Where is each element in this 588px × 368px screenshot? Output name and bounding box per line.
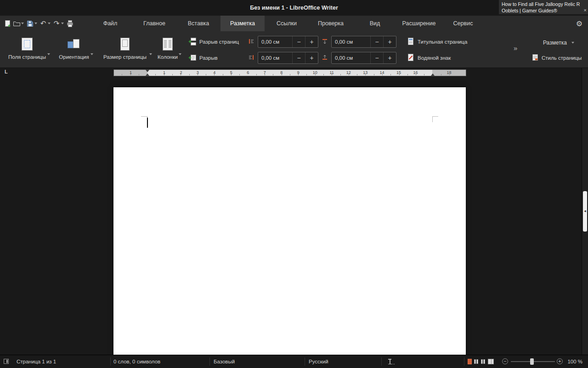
indent-before-icon xyxy=(248,38,254,45)
zoom-slider-thumb[interactable] xyxy=(530,358,534,365)
indent-marker-left-icon[interactable] xyxy=(146,74,149,76)
tab-bar: ↶ ↷ Файл Главное Вставка Разметка Ссылки… xyxy=(0,16,588,31)
page-size-icon xyxy=(96,34,153,54)
orientation-icon xyxy=(53,34,95,54)
columns-caret-icon[interactable] xyxy=(179,53,181,55)
book-view-icon[interactable] xyxy=(488,359,494,364)
page-size-caret-icon[interactable] xyxy=(149,53,152,55)
page-margins-icon xyxy=(3,34,51,54)
notification-line1: How to Find all Five Jalloogy Relic R xyxy=(502,1,582,7)
indent-after-increment-button[interactable]: + xyxy=(305,52,318,63)
spacing-above-field: − + xyxy=(331,36,396,48)
multi-page-view-icon[interactable] xyxy=(474,359,479,364)
tab-tools[interactable]: Сервис xyxy=(441,16,485,31)
tab-review[interactable]: Проверка xyxy=(309,16,353,31)
new-document-icon[interactable] xyxy=(3,19,11,28)
tab-home[interactable]: Главное xyxy=(132,16,176,31)
indent-after-input[interactable] xyxy=(258,52,292,63)
page-size-button[interactable]: Размер страницы xyxy=(96,34,153,64)
page-style-status[interactable]: Базовый xyxy=(214,355,235,368)
save-icon[interactable] xyxy=(26,19,34,28)
indent-before-row: − + − + xyxy=(248,36,396,48)
indent-before-decrement-button[interactable]: − xyxy=(292,36,305,47)
watermark-icon xyxy=(407,54,414,62)
tab-references[interactable]: Ссылки xyxy=(265,16,309,31)
text-cursor xyxy=(147,118,148,128)
page-style-icon xyxy=(532,54,538,62)
status-bar: Страница 1 из 1 0 слов, 0 символов Базов… xyxy=(0,355,588,368)
break-button[interactable]: Разрыв xyxy=(188,52,218,64)
document-page[interactable] xyxy=(113,87,466,355)
multi-page-offset-view-icon[interactable] xyxy=(481,359,486,364)
columns-button[interactable]: Колонки xyxy=(153,34,183,64)
libreoffice-writer-window: Без имени 1 - LibreOffice Writer How to … xyxy=(0,0,588,368)
page-margins-button[interactable]: Поля страницы xyxy=(3,34,51,64)
spacing-below-field: − + xyxy=(331,52,396,64)
spacing-above-increment-button[interactable]: + xyxy=(383,36,396,47)
zoom-in-button[interactable]: + xyxy=(557,358,563,364)
page-margins-caret-icon[interactable] xyxy=(47,53,50,55)
selection-mode-icon[interactable] xyxy=(387,359,395,364)
columns-icon xyxy=(153,34,183,54)
page-break-button[interactable]: Разрыв страниц xyxy=(188,36,239,48)
spacing-below-decrement-button[interactable]: − xyxy=(370,52,383,63)
tab-extension[interactable]: Расширение xyxy=(397,16,441,31)
spacing-below-increment-button[interactable]: + xyxy=(383,52,396,63)
quick-toolbar: ↶ ↷ xyxy=(3,16,74,31)
ribbon-layout-panel: Поля страницы Ориентация Размер страницы… xyxy=(0,31,588,68)
tab-file[interactable]: Файл xyxy=(88,16,132,31)
ribbon-tabs: Файл Главное Вставка Разметка Ссылки Про… xyxy=(88,16,485,31)
scrollbar-thumb[interactable]: ◂ xyxy=(583,191,587,232)
word-count[interactable]: 0 слов, 0 символов xyxy=(113,355,160,368)
zoom-out-button[interactable]: − xyxy=(502,358,508,364)
redo-icon[interactable]: ↷ xyxy=(52,19,61,28)
vertical-scrollbar[interactable]: ◂ xyxy=(582,68,588,355)
single-page-view-icon[interactable] xyxy=(468,359,472,364)
page-info[interactable]: Страница 1 из 1 xyxy=(17,355,56,368)
indent-after-decrement-button[interactable]: − xyxy=(292,52,305,63)
tab-stop-type-selector[interactable]: L xyxy=(5,69,8,74)
page-style-button[interactable]: Стиль страницы xyxy=(532,52,582,64)
indent-marker-top-icon[interactable] xyxy=(146,70,149,72)
indent-after-row: − + − + xyxy=(248,52,396,64)
indent-marker-right-icon[interactable] xyxy=(431,74,435,76)
print-icon[interactable] xyxy=(66,19,74,28)
save-dropdown-caret-icon[interactable] xyxy=(34,23,37,24)
zoom-slider[interactable] xyxy=(511,355,555,368)
spacing-below-input[interactable] xyxy=(332,52,370,63)
indent-before-increment-button[interactable]: + xyxy=(305,36,318,47)
statusbar-divider xyxy=(110,357,111,366)
indent-before-input[interactable] xyxy=(258,36,292,47)
undo-icon[interactable]: ↶ xyxy=(39,19,47,28)
open-file-icon[interactable] xyxy=(12,19,21,28)
break-icon xyxy=(188,54,196,62)
toolbar-overflow-icon[interactable]: » xyxy=(514,44,517,52)
indent-before-field: − + xyxy=(258,36,318,48)
zoom-level[interactable]: 100 % xyxy=(567,355,582,368)
spacing-above-decrement-button[interactable]: − xyxy=(370,36,383,47)
tab-layout[interactable]: Разметка xyxy=(220,16,265,31)
open-dropdown-caret-icon[interactable] xyxy=(21,23,24,24)
notebookbar-mode-select[interactable]: Разметка xyxy=(543,37,576,48)
statusbar-divider xyxy=(381,357,382,366)
watermark-button[interactable]: Водяной знак xyxy=(407,52,451,64)
spacing-above-input[interactable] xyxy=(332,36,370,47)
statusbar-divider xyxy=(209,357,210,366)
tab-insert[interactable]: Вставка xyxy=(176,16,220,31)
document-area: L 11234567891011121314151618 ◂ xyxy=(0,68,588,355)
sidebar-collapse-icon[interactable]: ◂ xyxy=(583,209,587,213)
language-status[interactable]: Русский xyxy=(309,355,328,368)
indent-after-field: − + xyxy=(258,52,318,64)
gear-icon[interactable]: ⚙ xyxy=(576,16,582,31)
horizontal-ruler[interactable]: 11234567891011121314151618 xyxy=(113,69,466,76)
orientation-caret-icon[interactable] xyxy=(90,53,93,55)
close-icon[interactable]: × xyxy=(584,7,587,13)
title-page-button[interactable]: Титульная страница xyxy=(407,36,467,48)
browser-notification-popup[interactable]: How to Find all Five Jalloogy Relic R Oo… xyxy=(499,0,588,14)
orientation-button[interactable]: Ориентация xyxy=(53,34,95,64)
view-layout-buttons xyxy=(468,359,496,364)
tab-view[interactable]: Вид xyxy=(353,16,397,31)
page-break-icon xyxy=(188,38,196,46)
undo-dropdown-caret-icon[interactable] xyxy=(48,23,51,24)
redo-dropdown-caret-icon[interactable] xyxy=(61,23,64,24)
